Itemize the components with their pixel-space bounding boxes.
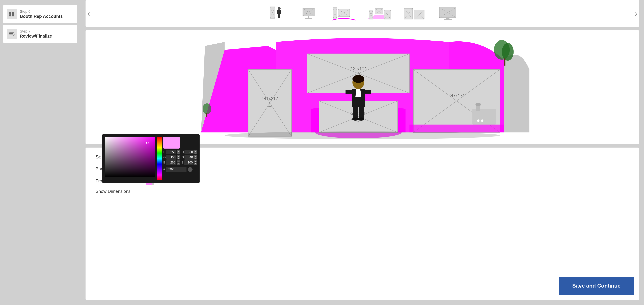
show-dimensions-row: Show Dimensions: (96, 189, 629, 194)
color-controls: Select the booth wall colors Back Panel … (86, 148, 639, 300)
main-content: ‹ (80, 0, 644, 305)
opacity-circle[interactable] (188, 167, 192, 172)
r-label: R (163, 150, 166, 154)
step7-label: Review/Finalize (20, 34, 52, 39)
svg-rect-11 (278, 10, 280, 15)
b-up-button[interactable]: ▲ (177, 160, 180, 162)
svg-rect-6 (10, 34, 14, 35)
h-input[interactable] (184, 150, 194, 154)
svg-text:1: 1 (268, 100, 272, 108)
svg-rect-73 (353, 107, 358, 118)
svg-point-75 (352, 118, 358, 121)
b2-down-button[interactable]: ▼ (194, 163, 197, 165)
svg-rect-2 (12, 12, 14, 14)
s-label: S (182, 156, 184, 159)
svg-rect-17 (308, 16, 310, 18)
r-down-button[interactable]: ▼ (177, 152, 180, 154)
svg-rect-46 (444, 19, 452, 20)
picker-gradient[interactable] (105, 137, 155, 177)
b2-label: B (182, 161, 184, 164)
svg-point-77 (352, 75, 364, 83)
svg-rect-51 (206, 113, 207, 116)
hex-hash: # (163, 168, 165, 171)
sidebar-item-step7[interactable]: Step 7 Review/Finalize (3, 25, 77, 43)
svg-rect-18 (305, 18, 312, 19)
svg-point-84 (476, 103, 481, 106)
svg-point-48 (502, 43, 514, 61)
b-input[interactable] (166, 160, 176, 165)
step6-label: Booth Rep Accounts (20, 14, 63, 19)
carousel-item-4[interactable] (366, 5, 392, 22)
svg-rect-3 (12, 14, 14, 16)
accounts-icon (7, 9, 17, 19)
svg-rect-71 (346, 90, 352, 94)
svg-rect-4 (10, 32, 14, 32)
svg-rect-72 (364, 90, 371, 94)
picker-hue-strip[interactable] (157, 137, 162, 180)
carousel-next-button[interactable]: › (634, 9, 637, 18)
svg-rect-5 (10, 33, 13, 34)
svg-rect-13 (280, 10, 281, 14)
h-up-button[interactable]: ▲ (194, 150, 197, 152)
svg-point-50 (202, 103, 211, 114)
s-down-button[interactable]: ▼ (194, 158, 197, 160)
s-input[interactable] (184, 155, 194, 160)
svg-point-10 (278, 7, 280, 10)
b2-input[interactable] (184, 160, 194, 165)
svg-point-76 (358, 118, 364, 121)
show-dimensions-label: Show Dimensions: (96, 189, 142, 194)
carousel-item-2[interactable] (298, 5, 322, 22)
step6-text: Step 6 Booth Rep Accounts (20, 10, 63, 19)
sidebar-item-step6[interactable]: Step 6 Booth Rep Accounts (3, 5, 77, 23)
step7-num: Step 7 (20, 29, 52, 34)
s-up-button[interactable]: ▲ (194, 155, 197, 157)
h-label: H (182, 150, 184, 154)
carousel-prev-button[interactable]: ‹ (87, 9, 90, 18)
picker-top: R ▲ ▼ H ▲ ▼ (105, 137, 197, 180)
r-input[interactable] (166, 150, 176, 154)
carousel-item-1[interactable] (265, 5, 288, 22)
svg-rect-12 (277, 10, 278, 14)
preview-selected-color (163, 137, 180, 148)
svg-point-85 (477, 120, 480, 122)
carousel-item-6[interactable] (436, 5, 460, 22)
color-picker-popup: R ▲ ▼ H ▲ ▼ (102, 134, 200, 183)
b-label: B (163, 161, 166, 164)
r-up-button[interactable]: ▲ (177, 150, 180, 152)
sidebar: Step 6 Booth Rep Accounts Step 7 Review/… (0, 0, 80, 305)
g-down-button[interactable]: ▼ (177, 158, 180, 160)
svg-point-86 (481, 120, 483, 122)
svg-text:321x103: 321x103 (350, 66, 366, 71)
save-and-continue-button[interactable]: Save and Continue (559, 277, 634, 295)
carousel-item-5[interactable] (402, 5, 426, 22)
h-down-button[interactable]: ▼ (194, 152, 197, 154)
svg-rect-15 (280, 15, 280, 18)
b2-up-button[interactable]: ▲ (194, 160, 197, 162)
svg-rect-49 (504, 58, 505, 66)
g-up-button[interactable]: ▲ (177, 155, 180, 157)
carousel-items (96, 5, 629, 22)
hex-input[interactable] (166, 167, 186, 172)
svg-rect-74 (359, 107, 364, 118)
svg-rect-0 (10, 12, 12, 14)
step6-num: Step 6 (20, 10, 63, 14)
svg-text:247x171: 247x171 (448, 93, 465, 98)
step7-text: Step 7 Review/Finalize (20, 29, 52, 39)
svg-rect-82 (472, 109, 496, 124)
b-down-button[interactable]: ▼ (177, 163, 180, 165)
svg-point-87 (224, 132, 500, 139)
review-icon (7, 29, 17, 39)
picker-cursor (146, 142, 148, 144)
preview-black (180, 137, 197, 148)
svg-rect-14 (278, 15, 279, 18)
carousel-item-3[interactable] (332, 5, 356, 22)
g-input[interactable] (166, 155, 176, 160)
booth-carousel: ‹ (86, 0, 639, 27)
svg-marker-70 (355, 89, 361, 97)
booth-preview: 141x217 1 321x103 2 238x84 3 (86, 30, 639, 144)
svg-rect-1 (10, 14, 12, 16)
g-label: G (163, 156, 166, 159)
svg-text:141x217: 141x217 (262, 96, 278, 101)
